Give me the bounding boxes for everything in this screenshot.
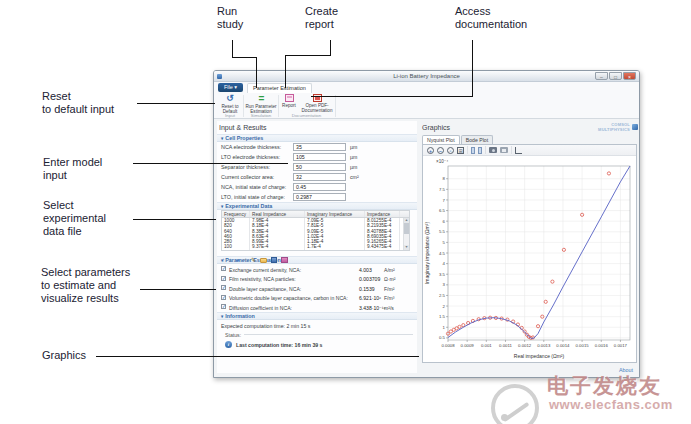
- delete-row-icon[interactable]: −: [244, 257, 248, 264]
- parameter-row: ✓Volumetric double layer capacitance, ca…: [217, 293, 417, 303]
- field-input[interactable]: 105: [293, 153, 346, 161]
- collapse-icon: ▾: [221, 314, 223, 319]
- svg-text:5.5: 5.5: [439, 229, 446, 234]
- ribbon-group-documentation: Documentation: [279, 113, 334, 118]
- watermark-brand: 电子发烧友: [547, 372, 662, 400]
- callout-line: [472, 40, 473, 97]
- field-input[interactable]: 32: [293, 173, 346, 181]
- svg-text:0.001: 0.001: [481, 343, 492, 348]
- svg-text:Imaginary impedance (Ωm²): Imaginary impedance (Ωm²): [424, 222, 430, 284]
- table-cell: 1.7E-4: [305, 244, 365, 249]
- field-input[interactable]: 50: [293, 163, 346, 171]
- info-icon: i: [225, 341, 232, 348]
- open-pdf-documentation-button[interactable]: Open PDF- Documentation: [300, 94, 334, 114]
- minimize-button[interactable]: –: [595, 72, 608, 80]
- toolbar-separator: [485, 146, 486, 154]
- parameter-unit: A/m²: [384, 267, 395, 273]
- toolbar-separator: [467, 146, 468, 154]
- section-cell-properties[interactable]: ▾Cell Properties: [217, 134, 417, 142]
- field-unit: µm: [350, 164, 357, 170]
- svg-text:0.0008: 0.0008: [441, 343, 455, 348]
- checkbox[interactable]: ✓: [221, 266, 226, 271]
- form-row: Current collector area:32cm²: [217, 172, 417, 182]
- add-row-icon[interactable]: +: [236, 257, 240, 264]
- field-input[interactable]: 0.2987: [293, 193, 346, 201]
- column-header[interactable]: Imaginary Impedance: [305, 211, 365, 217]
- callout-line: [232, 57, 257, 58]
- graphics-title: Graphics: [422, 124, 450, 131]
- collapse-icon: ▾: [221, 204, 223, 209]
- checkbox[interactable]: ✓: [221, 295, 226, 300]
- svg-text:6: 6: [443, 219, 446, 224]
- table-plot-icon[interactable]: [281, 257, 288, 263]
- table-row[interactable]: 1009.37E-41.7E-49.43475E-4: [222, 244, 409, 249]
- field-input[interactable]: 0.45: [293, 183, 346, 191]
- field-unit: cm²: [350, 174, 359, 180]
- scroll-down-icon[interactable]: ▼: [404, 245, 409, 250]
- field-label: NCA electrode thickness:: [221, 144, 281, 150]
- close-button[interactable]: ×: [623, 72, 636, 80]
- callout-line: [96, 356, 419, 357]
- tab-nyquist-plot[interactable]: Nyquist Plot: [422, 135, 460, 144]
- edit-table-icon[interactable]: ✎: [251, 257, 256, 264]
- callout-line: [133, 163, 288, 164]
- checkbox[interactable]: ✓: [221, 304, 226, 309]
- svg-text:0.0015: 0.0015: [576, 343, 590, 348]
- nyquist-plot[interactable]: 0.00080.00090.0010.00110.00120.00130.001…: [423, 156, 636, 362]
- checkbox[interactable]: ✓: [221, 285, 226, 290]
- parameter-value: 6.921·10⁶: [359, 295, 381, 301]
- svg-text:8: 8: [443, 176, 446, 181]
- table-scrollbar[interactable]: ▲▼: [403, 218, 409, 250]
- reset-view-icon: ⊞: [457, 147, 464, 154]
- experimental-data-table[interactable]: FrequencyReal ImpedanceImaginary Impedan…: [221, 210, 410, 251]
- move-down-icon[interactable]: ↓: [229, 257, 232, 264]
- run-parameter-estimation-button[interactable]: = Run Parameter Estimation: [244, 94, 278, 114]
- comsol-logo-icon: [632, 124, 638, 130]
- svg-text:2: 2: [443, 304, 446, 309]
- table-cell: 9.37E-4: [250, 244, 305, 249]
- ribbon-group-input: Input: [217, 113, 243, 118]
- plot-settings-icon: [515, 147, 522, 154]
- callout-line: [285, 55, 286, 88]
- svg-text:3.5: 3.5: [439, 272, 446, 277]
- field-label: LTO electrode thickness:: [221, 154, 280, 160]
- column-header[interactable]: Frequency: [222, 211, 250, 217]
- field-input[interactable]: 35: [293, 143, 346, 151]
- svg-text:6.5: 6.5: [439, 208, 446, 213]
- status-group: Status:: [225, 332, 413, 338]
- scroll-thumb[interactable]: [404, 223, 409, 234]
- report-button[interactable]: Report: [279, 94, 299, 114]
- section-information[interactable]: ▾Information: [217, 312, 417, 320]
- move-up-icon[interactable]: ↑: [222, 257, 225, 264]
- report-icon: [285, 94, 294, 102]
- section-experimental-data[interactable]: ▾Experimental Data: [217, 202, 417, 210]
- svg-text:×10⁻⁴: ×10⁻⁴: [436, 159, 448, 164]
- reset-to-default-button[interactable]: ↺ Reset to Default: [217, 94, 243, 114]
- load-file-icon[interactable]: [260, 258, 267, 263]
- tab-bode-plot[interactable]: Bode Plot: [461, 135, 494, 144]
- zoom-out-icon: −: [437, 147, 444, 154]
- parameter-unit: F/m²: [384, 286, 394, 292]
- title-bar[interactable]: Li-ion Battery Impedance – □ ×: [214, 71, 639, 82]
- callout-access-documentation: Access documentation: [455, 5, 527, 31]
- parameter-label: Exchange current density, NCA:: [229, 267, 301, 273]
- column-header[interactable]: Impedance: [365, 211, 400, 217]
- save-file-icon[interactable]: [271, 257, 277, 263]
- callout-reset-default: Reset to default input: [42, 90, 114, 116]
- comsol-logo: COMSOL MULTIPHYSICS: [598, 123, 630, 132]
- checkbox[interactable]: ✓: [221, 276, 226, 281]
- column-header[interactable]: Real Impedance: [250, 211, 305, 217]
- parameter-label: Double layer capacitance, NCA:: [229, 286, 301, 292]
- ribbon-separator: [335, 95, 336, 117]
- parameter-label: Diffusion coefficient in NCA:: [229, 305, 292, 311]
- table-cell: 9.43475E-4: [365, 244, 400, 249]
- expected-computation-time: Expected computation time: 2 min 15 s: [217, 320, 417, 329]
- y-axis-data-icon: [471, 147, 475, 154]
- parameter-value: 0.1539: [359, 286, 375, 292]
- app-window: Li-ion Battery Impedance – □ × File ▾ Pa…: [213, 70, 640, 378]
- field-label: Separator thickness:: [221, 164, 270, 170]
- file-menu-button[interactable]: File ▾: [218, 83, 243, 92]
- callout-line: [140, 289, 216, 290]
- maximize-button[interactable]: □: [609, 72, 622, 80]
- parameter-unit: m²/s: [384, 305, 394, 311]
